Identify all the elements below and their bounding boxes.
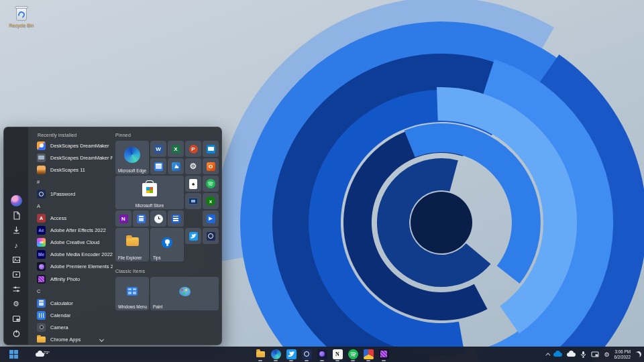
tile-calendar[interactable] xyxy=(150,158,166,174)
app-item-1password[interactable]: 1Password xyxy=(30,188,113,200)
taskbar-object-desktop[interactable] xyxy=(364,349,374,361)
app-item-camera[interactable]: Camera xyxy=(30,321,113,333)
app-item-chrome-apps[interactable]: Chrome Apps xyxy=(30,334,113,346)
chevron-down-icon xyxy=(99,337,104,342)
focus-assist-moon-icon[interactable] xyxy=(635,351,641,357)
taskbar-clock[interactable]: 3:06 PM 6/2/2022 xyxy=(614,349,631,359)
music-icon[interactable]: ♪ xyxy=(9,240,23,250)
app-item-deskscapes-11[interactable]: DeskScapes 11 xyxy=(30,164,113,176)
edge-taskbar-icon xyxy=(271,349,281,359)
app-item-deskscapes-dreammaker[interactable]: DeskScapes DreamMaker xyxy=(30,139,113,152)
app-item-affinity-photo[interactable]: Affinity Photo xyxy=(30,273,113,285)
letter-divider-c[interactable]: C xyxy=(30,285,113,297)
tile-microsoft-edge[interactable]: Microsoft Edge xyxy=(115,141,149,174)
tips-lightbulb-icon xyxy=(162,237,172,248)
app-item-media-encoder[interactable]: MeAdobe Media Encoder 2022 xyxy=(30,249,113,261)
taskbar-deskscapes[interactable] xyxy=(317,349,327,361)
app-item-premiere-elements[interactable]: Adobe Premiere Elements 2022 xyxy=(30,261,113,273)
power-button[interactable] xyxy=(9,328,23,339)
tile-settings[interactable]: ⚙ xyxy=(185,158,201,174)
solitaire-icon: ♠ xyxy=(189,179,197,189)
tile-app-window[interactable] xyxy=(185,193,201,209)
tile-windows-menu[interactable]: Windows Menu xyxy=(115,277,149,310)
media-encoder-icon: Me xyxy=(37,250,46,259)
running-indicator xyxy=(351,360,355,361)
calculator-icon xyxy=(37,299,46,308)
tile-xbox[interactable]: x xyxy=(203,193,219,209)
hidden-icons-chevron[interactable] xyxy=(545,353,549,356)
letter-divider-a[interactable]: A xyxy=(30,200,113,212)
tile-word[interactable]: W xyxy=(150,141,166,157)
tile-file-explorer[interactable]: File Explorer xyxy=(115,228,149,261)
pictures-icon[interactable] xyxy=(9,255,23,265)
videos-icon[interactable] xyxy=(9,269,23,280)
tile-solitaire[interactable]: ♠ xyxy=(185,176,201,192)
tile-twitter[interactable] xyxy=(185,228,201,244)
pinned-header: Pinned xyxy=(113,131,221,139)
app-item-calendar[interactable]: Calendar xyxy=(30,309,113,321)
deskscapes-dreammaker-icon xyxy=(37,141,46,150)
tile-calculator[interactable] xyxy=(133,210,149,227)
settings-gear-icon[interactable]: ⚙ xyxy=(9,299,23,309)
taskbar-notion[interactable]: N xyxy=(333,349,343,361)
settings-tray-icon[interactable]: ⚙ xyxy=(604,351,609,358)
tile-tips[interactable]: Tips xyxy=(150,228,184,261)
app-list: Recently installed DeskScapes DreamMaker… xyxy=(30,131,113,346)
tile-mail[interactable] xyxy=(203,141,219,157)
calculator-tile-icon xyxy=(137,215,146,223)
deskscapes-taskbar-icon xyxy=(317,349,327,359)
letter-divider-hash[interactable]: # xyxy=(30,176,113,188)
chrome-apps-folder-icon xyxy=(37,335,46,344)
xbox-icon: x xyxy=(206,196,215,206)
tile-microsoft-store[interactable]: Microsoft Store xyxy=(115,176,184,209)
taskbar-center-icons: N xyxy=(256,347,389,361)
1password-tile-icon xyxy=(207,232,215,241)
tile-spotify[interactable] xyxy=(203,176,219,192)
tile-powerpoint[interactable]: P xyxy=(185,141,201,157)
app-item-access[interactable]: AAccess xyxy=(30,213,113,225)
taskbar-file-explorer[interactable] xyxy=(256,349,266,361)
tile-1password[interactable] xyxy=(203,228,219,244)
display-icon[interactable] xyxy=(591,351,599,358)
filters-icon[interactable] xyxy=(9,284,23,294)
recycle-bin-shortcut[interactable]: Recycle Bin xyxy=(4,4,39,27)
running-indicator xyxy=(258,360,262,361)
weather-widget[interactable]: 73° xyxy=(32,351,48,358)
app-item-deskscapes-dreammaker-pro[interactable]: DeskScapes DreamMaker Pro xyxy=(30,152,113,164)
tile-paint[interactable]: Paint xyxy=(150,277,219,310)
classic-items-header: Classic Items xyxy=(113,267,221,276)
settings-tile-icon: ⚙ xyxy=(189,162,198,171)
taskbar-edge[interactable] xyxy=(271,349,281,361)
affinity-taskbar-icon xyxy=(379,349,389,359)
classic-items-grid: Windows Menu Paint xyxy=(113,277,221,310)
onedrive-icon[interactable] xyxy=(553,353,562,357)
cloud-icon[interactable] xyxy=(567,353,576,357)
tile-movies-tv[interactable]: ▶ xyxy=(203,210,219,227)
microphone-icon[interactable] xyxy=(580,351,586,358)
taskbar-affinity-photo[interactable] xyxy=(379,349,389,361)
tile-alarms-clock[interactable] xyxy=(150,210,166,227)
taskbar: 73° N ⚙ 3:06 PM 6/2/2022 xyxy=(0,347,644,362)
app-item-calculator[interactable]: Calculator xyxy=(30,297,113,309)
file-explorer-icon xyxy=(126,237,139,245)
taskbar-spotify[interactable] xyxy=(348,349,358,361)
taskbar-twitter[interactable] xyxy=(286,349,297,361)
tile-todo[interactable] xyxy=(168,210,184,227)
avatar-image xyxy=(11,195,22,206)
running-indicator xyxy=(289,360,293,361)
app-item-after-effects[interactable]: AeAdobe After Effects 2022 xyxy=(30,225,113,237)
recent-header: Recently installed xyxy=(30,131,113,139)
user-avatar[interactable] xyxy=(9,196,23,206)
tile-office[interactable]: O xyxy=(203,158,219,174)
tile-onenote[interactable]: N xyxy=(115,210,131,227)
window-icon[interactable] xyxy=(9,314,23,324)
downloads-icon[interactable] xyxy=(9,225,23,235)
app-item-creative-cloud[interactable]: ∞Adobe Creative Cloud xyxy=(30,237,113,249)
documents-icon[interactable] xyxy=(9,210,23,221)
taskbar-1password[interactable] xyxy=(302,349,312,361)
powerpoint-icon: P xyxy=(189,145,198,154)
clock-date: 6/2/2022 xyxy=(614,355,631,360)
tile-excel[interactable]: X xyxy=(168,141,184,157)
start-button[interactable] xyxy=(5,349,22,360)
tile-photos[interactable] xyxy=(168,158,184,174)
